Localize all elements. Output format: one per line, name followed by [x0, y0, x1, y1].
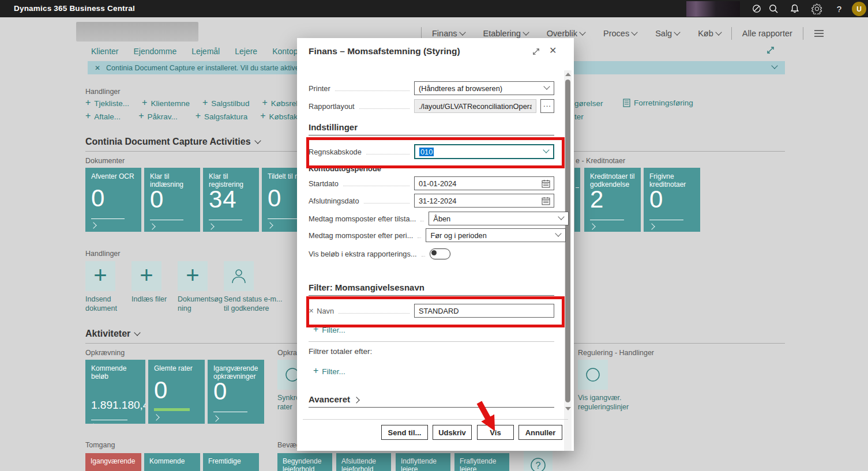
expand-page-icon[interactable] — [766, 46, 775, 55]
tab-ejendomme[interactable]: Ejendomme — [133, 47, 176, 56]
cue-tile-begyndende[interactable]: Begyndende lejeforhold — [277, 453, 332, 471]
add-totals-filter-link[interactable]: +Filter... — [313, 367, 345, 376]
circle-icon — [584, 366, 602, 383]
cue-tile-afsluttende[interactable]: Afsluttende lejeforhold — [336, 453, 391, 471]
notifications-bell-icon[interactable] — [789, 3, 801, 14]
action-tile-send-status[interactable] — [224, 261, 254, 291]
opkraevning-label: Opkrævning — [85, 349, 125, 357]
cue-tile-igangvaerende-opkraevninger[interactable]: Igangværende opkrævninger 0 — [208, 360, 264, 424]
action-tile-dokumentsogning[interactable]: + — [178, 261, 208, 291]
tab-klienter[interactable]: Klienter — [91, 47, 118, 56]
udskriv-button[interactable]: Udskriv — [433, 425, 472, 440]
tell-me-icon[interactable] — [751, 3, 762, 14]
printer-select[interactable]: (Håndteres af browseren) — [414, 81, 554, 95]
nav-more-icon[interactable] — [806, 29, 832, 37]
cue-tile-afventer-ocr[interactable]: Afventer OCR 0 — [85, 168, 141, 232]
send-til-button[interactable]: Send til... — [381, 425, 428, 440]
cue-tile-klar-til-registrering[interactable]: Klar til registrering 34 — [203, 168, 259, 232]
chevron-down-icon — [715, 29, 722, 35]
action-caption[interactable]: Indlæs filer — [131, 295, 172, 304]
notification-close-icon[interactable]: ✕ — [95, 64, 100, 72]
afslutningsdato-row: Afslutningsdato 31-12-2024 — [309, 193, 554, 208]
regulering-label: Regulering - Handlinger — [578, 349, 654, 357]
calendar-icon — [542, 197, 550, 205]
settings-gear-icon[interactable] — [811, 3, 822, 14]
state-select[interactable]: Åben — [429, 212, 569, 225]
person-icon — [230, 267, 247, 285]
cue-tile-indflyttende[interactable]: Indflyttende lejere — [396, 453, 450, 471]
nav-menu-salg[interactable]: Salg — [647, 29, 687, 38]
annuller-button[interactable]: Annuller — [518, 425, 562, 440]
chevron-down-icon — [555, 230, 562, 236]
action-tile-indlaes-filer[interactable]: + — [131, 261, 161, 291]
top-bar: Dynamics 365 Business Central ? U — [0, 0, 868, 17]
help-action-tile[interactable]: ? — [524, 450, 553, 471]
nav-divider — [803, 27, 803, 40]
nav-menu-proces[interactable]: Proces — [595, 29, 645, 38]
activities-heading[interactable]: Aktiviteter — [85, 329, 140, 339]
action-caption[interactable]: Indsend dokument — [85, 295, 123, 313]
extra-reporting-toggle[interactable] — [430, 248, 450, 259]
help-icon[interactable]: ? — [833, 3, 845, 14]
action-fragment-gorelser[interactable]: gørelser — [574, 99, 603, 108]
scrollbar-up-arrow[interactable] — [565, 73, 571, 76]
search-icon[interactable] — [768, 3, 779, 14]
cue-tile-kommende[interactable]: Kommende — [144, 453, 200, 471]
cue-tile-igangvaerende[interactable]: Igangværende — [85, 453, 141, 471]
actions-group-label: Handlinger — [85, 88, 120, 96]
cue-tile-kommende-belob[interactable]: Kommende beløb 1.891.180,44 — [85, 360, 145, 424]
chevron-down-icon — [523, 29, 529, 35]
action-tjekliste[interactable]: +Tjekliste... — [85, 99, 129, 108]
nav-all-reports[interactable]: Alle rapporter — [734, 29, 801, 38]
toggle-row: Vis beløb i ekstra rapporterings... — [309, 246, 554, 261]
scrollbar-down-arrow[interactable] — [565, 407, 571, 410]
tile-chevron-icon — [208, 224, 214, 230]
cue-tile-glemte-rater[interactable]: Glemte rater 0 — [148, 360, 205, 424]
action-salgstilbud[interactable]: +Salgstilbud — [202, 99, 249, 108]
action-fragment-ter[interactable]: ter — [574, 112, 584, 121]
action-aftale[interactable]: +Aftale... — [85, 112, 121, 121]
cue-tile-klar-til-indlaesning[interactable]: Klar til indlæsning 0 — [144, 168, 200, 232]
dialog-expand-icon[interactable] — [532, 47, 540, 56]
cue-tile-fraflyttende[interactable]: Fraflyttende lejere — [454, 453, 509, 471]
cue-tile-fremtidige[interactable]: Fremtidige — [203, 453, 259, 471]
dialog-close-icon[interactable]: ✕ — [549, 45, 557, 56]
chevron-down-icon — [558, 213, 565, 220]
filter-heading: Filter: Momsangivelsesnavn — [309, 282, 424, 292]
action-tile-regulering[interactable] — [578, 360, 608, 390]
cdc-activities-heading[interactable]: Continia Document Capture Activities — [85, 137, 260, 147]
chevron-down-icon — [631, 29, 637, 35]
action-salgsfaktura[interactable]: +Salgsfaktura — [196, 112, 247, 121]
layout-row: Rapportlayout ./layout/GLVATReconciliati… — [309, 99, 554, 114]
notification-chevron-icon[interactable] — [771, 62, 777, 69]
startdato-input[interactable]: 01-01-2024 — [414, 176, 554, 190]
nav-menu-kob[interactable]: Køb — [690, 29, 729, 38]
action-caption[interactable]: Dokumentsøgning — [178, 295, 223, 313]
action-tile-indsend-dokument[interactable]: + — [85, 261, 115, 291]
cue-tile-frigivne-kreditnotaer[interactable]: Frigivne kreditnotaer 0 — [644, 168, 700, 232]
cdc-actions-label: Handlinger — [85, 250, 120, 258]
annotation-arrow — [473, 400, 502, 431]
advanced-section[interactable]: Avanceret — [309, 394, 359, 404]
tile-chevron-icon — [212, 416, 219, 422]
action-forretningsforing[interactable]: Forretningsføring — [623, 99, 693, 107]
cue-tile-partial[interactable] — [574, 168, 580, 232]
tab-lejemal[interactable]: Lejemål — [191, 47, 220, 56]
layout-assist-button[interactable]: ... — [540, 99, 554, 113]
tile-chevron-icon — [153, 414, 159, 420]
action-caption[interactable]: Send status e-m... til godkendere — [224, 295, 287, 313]
afslutningsdato-input[interactable]: 31-12-2024 — [414, 194, 554, 208]
action-caption[interactable]: Vis igangvær. reguleringslinjer — [578, 394, 630, 412]
printer-row: Printer (Håndteres af browseren) — [309, 81, 554, 96]
nav-menu-etablering[interactable]: Etablering — [475, 29, 536, 38]
cue-tile-kreditnotaer-godkendelse[interactable]: Kreditnotaer til godkendelse 2 — [584, 168, 641, 232]
svg-text:?: ? — [536, 461, 541, 470]
period-select[interactable]: Før og i perioden — [426, 228, 566, 242]
nav-menu-finans[interactable]: Finans — [424, 29, 473, 38]
dialog-title: Finans – Momsafstemning (Styring) — [309, 46, 460, 56]
user-avatar[interactable]: U — [852, 2, 866, 16]
action-klientemne[interactable]: +Klientemne — [142, 99, 190, 108]
tab-lejere[interactable]: Lejere — [235, 47, 257, 56]
action-pakrav[interactable]: +Påkrav... — [138, 112, 178, 121]
nav-menu-overblik[interactable]: Overblik — [539, 29, 593, 38]
